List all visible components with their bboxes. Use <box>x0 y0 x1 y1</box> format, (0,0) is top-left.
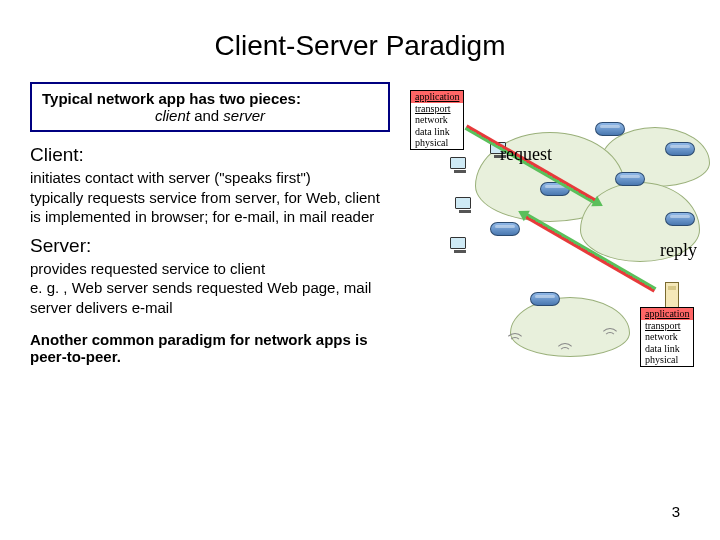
wireless-icon <box>505 337 523 349</box>
server-heading: Server: <box>30 235 390 257</box>
router-icon <box>595 122 625 136</box>
intro-line1: Typical network app has two pieces: <box>42 90 378 107</box>
intro-server-word: server <box>223 107 265 124</box>
intro-box: Typical network app has two pieces: clie… <box>30 82 390 132</box>
stack-layer: network <box>411 114 463 126</box>
router-icon <box>490 222 520 236</box>
stack-layer: physical <box>641 354 693 366</box>
page-number: 3 <box>672 503 680 520</box>
client-pc-icon <box>450 237 470 255</box>
stack-layer: network <box>641 331 693 343</box>
left-column: Typical network app has two pieces: clie… <box>30 82 390 365</box>
stack-layer: application <box>641 308 693 320</box>
server-body: provides requested service to client e. … <box>30 259 390 318</box>
client-pc-icon <box>455 197 475 215</box>
diagram-area: application transport network data link … <box>390 82 690 365</box>
client-body: initiates contact with server ("speaks f… <box>30 168 390 227</box>
reply-label: reply <box>660 240 697 261</box>
stack-layer: transport <box>641 320 693 332</box>
router-icon <box>665 142 695 156</box>
content-area: Typical network app has two pieces: clie… <box>0 82 720 365</box>
stack-layer: transport <box>411 103 463 115</box>
request-label: request <box>500 144 552 165</box>
protocol-stack-client: application transport network data link … <box>410 90 464 150</box>
footer-note: Another common paradigm for network apps… <box>30 331 390 365</box>
stack-layer: application <box>411 91 463 103</box>
router-icon <box>530 292 560 306</box>
stack-layer: data link <box>641 343 693 355</box>
intro-line2: client and server <box>42 107 378 124</box>
protocol-stack-server: application transport network data link … <box>640 307 694 367</box>
client-pc-icon <box>450 157 470 175</box>
intro-client-word: client <box>155 107 190 124</box>
router-icon <box>665 212 695 226</box>
client-heading: Client: <box>30 144 390 166</box>
stack-layer: data link <box>411 126 463 138</box>
stack-layer: physical <box>411 137 463 149</box>
router-icon <box>615 172 645 186</box>
wireless-icon <box>555 347 573 359</box>
intro-mid: and <box>190 107 223 124</box>
wireless-icon <box>600 332 618 344</box>
server-icon <box>665 282 679 308</box>
slide-title: Client-Server Paradigm <box>0 0 720 62</box>
